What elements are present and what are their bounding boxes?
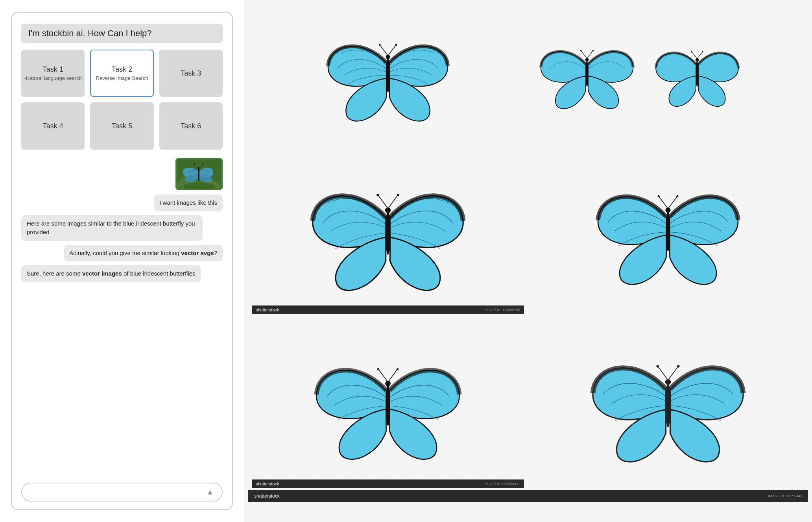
send-button[interactable]: ▲ (205, 487, 216, 498)
svg-point-20 (592, 50, 594, 51)
butterfly-cell-3 (646, 4, 748, 146)
svg-point-14 (395, 44, 397, 46)
greeting-text: I'm stockbin ai. How Can I help? (28, 28, 152, 38)
svg-point-32 (397, 194, 399, 196)
task3-title: Task 3 (181, 69, 201, 78)
task-card-2[interactable]: Task 2 Reverse Image Search (90, 50, 153, 97)
task4-title: Task 4 (43, 122, 63, 130)
shutterstock-id-bottom: IMAGE ID: 112233445 (768, 494, 802, 498)
shutterstock-bar-2: shutterstock IMAGE ID: 987654321 (252, 479, 524, 488)
svg-point-49 (656, 365, 659, 367)
task-card-3[interactable]: Task 3 (159, 50, 223, 97)
butterfly-cell-1 (248, 4, 528, 146)
svg-line-35 (659, 197, 668, 209)
butterfly-cell-7 (528, 320, 808, 494)
chat-input[interactable] (28, 489, 205, 496)
svg-point-43 (377, 368, 379, 370)
svg-line-12 (388, 45, 396, 56)
svg-line-36 (668, 197, 677, 209)
svg-point-25 (691, 51, 692, 53)
butterfly-cell-top-right (528, 4, 808, 146)
shutterstock-bar-bottom: shutterstock IMAGE ID: 112233445 (248, 490, 808, 502)
task2-subtitle: Reverse Image Search (96, 75, 148, 81)
chat-bubble-vector-request: Actually, could you give me similar look… (64, 245, 223, 262)
svg-line-18 (587, 51, 593, 58)
vector-request-text: Actually, could you give me similar look… (69, 250, 217, 256)
svg-point-13 (379, 44, 381, 46)
svg-point-50 (677, 365, 679, 367)
shutterstock-logo-bottom: shutterstock (254, 493, 280, 499)
left-panel: I'm stockbin ai. How Can I help? Task 1 … (0, 0, 244, 522)
vector-response-text: Sure, here are some vector images of blu… (27, 270, 196, 277)
chat-input-row[interactable]: ▲ (21, 483, 223, 502)
svg-point-31 (376, 194, 379, 196)
task-card-6[interactable]: Task 6 (159, 102, 223, 150)
task2-title: Task 2 (112, 65, 132, 74)
greeting-bar: I'm stockbin ai. How Can I help? (21, 24, 223, 43)
chat-bubble-want-images: I want images like this (154, 194, 223, 211)
butterfly-cell-4: shutterstock IMAGE ID: 123456789 (248, 146, 528, 320)
shutterstock-id-1: IMAGE ID: 123456789 (484, 308, 520, 312)
task1-subtitle: -Natural language search (24, 75, 82, 81)
app-container: I'm stockbin ai. How Can I help? Task 1 … (11, 12, 233, 510)
task1-title: Task 1 (43, 65, 63, 74)
here-are-some-text: Here are some images similar to the blue… (27, 220, 195, 236)
svg-line-30 (388, 195, 398, 209)
svg-line-11 (380, 45, 388, 56)
svg-point-37 (658, 195, 660, 197)
chat-bubble-vector-response: Sure, here are some vector images of blu… (21, 265, 201, 282)
chat-bubble-here-are-some: Here are some images similar to the blue… (21, 215, 203, 241)
task-card-5[interactable]: Task 5 (90, 102, 153, 150)
shutterstock-logo-1: shutterstock (256, 307, 279, 312)
butterfly-cell-5 (528, 146, 808, 320)
want-images-text: I want images like this (159, 199, 217, 206)
svg-line-29 (378, 195, 388, 209)
right-panel: shutterstock IMAGE ID: 123456789 (244, 0, 812, 522)
svg-rect-4 (198, 167, 199, 181)
shutterstock-bar-1: shutterstock IMAGE ID: 123456789 (252, 305, 524, 314)
svg-line-48 (668, 367, 678, 380)
task-card-4[interactable]: Task 4 (21, 102, 85, 150)
shutterstock-id-2: IMAGE ID: 987654321 (484, 482, 520, 486)
task-card-1[interactable]: Task 1 -Natural language search (21, 50, 85, 97)
chat-area: I want images like this Here are some im… (21, 158, 223, 473)
svg-point-26 (702, 51, 703, 53)
svg-line-24 (697, 52, 702, 59)
task-grid: Task 1 -Natural language search Task 2 R… (21, 50, 223, 150)
svg-line-47 (658, 367, 668, 380)
task6-title: Task 6 (181, 122, 201, 130)
task5-title: Task 5 (112, 122, 132, 130)
svg-line-42 (388, 370, 397, 382)
shutterstock-logo-2: shutterstock (256, 481, 279, 486)
uploaded-image-container (175, 158, 223, 190)
butterfly-cell-2 (528, 4, 646, 146)
svg-line-23 (692, 52, 697, 59)
butterfly-cell-6: shutterstock IMAGE ID: 987654321 (248, 320, 528, 494)
svg-line-17 (581, 51, 587, 58)
svg-point-38 (676, 195, 678, 197)
svg-point-8 (203, 163, 204, 164)
svg-line-41 (378, 370, 388, 382)
svg-point-19 (580, 50, 582, 51)
uploaded-butterfly-image (175, 158, 223, 190)
svg-point-44 (397, 368, 399, 370)
svg-point-7 (194, 163, 195, 164)
